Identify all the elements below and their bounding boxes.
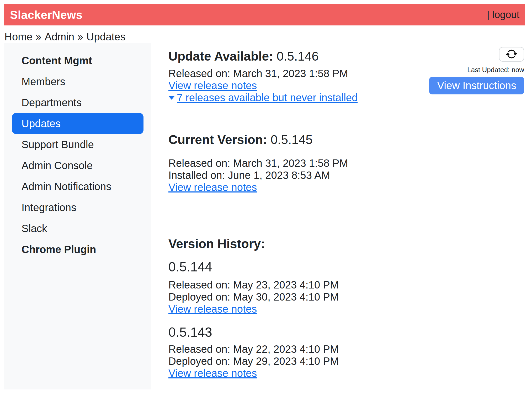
breadcrumb-current: Updates	[87, 31, 126, 42]
current-installed-text: Installed on: June 1, 2023 8:53 AM	[168, 169, 524, 181]
logout-link[interactable]: | logout	[487, 9, 519, 20]
version-history-heading: Version History:	[168, 236, 524, 251]
history-release-notes-link[interactable]: View release notes	[168, 303, 257, 315]
sidebar-item-admin-console[interactable]: Admin Console	[4, 155, 151, 176]
current-version-section: Current Version: 0.5.145 Released on: Ma…	[168, 132, 524, 193]
version-history-entry: 0.5.143 Released on: May 22, 2023 4:10 P…	[168, 324, 524, 379]
sidebar-item-members[interactable]: Members	[4, 71, 151, 92]
sidebar-item-slack[interactable]: Slack	[4, 218, 151, 239]
history-version-number: 0.5.143	[168, 324, 524, 340]
current-version-heading: Current Version: 0.5.145	[168, 132, 524, 147]
sidebar-item-support-bundle[interactable]: Support Bundle	[4, 134, 151, 155]
current-version-label: Current Version:	[168, 133, 267, 147]
page: SlackerNews | logout Home»Admin»Updates …	[0, 0, 532, 396]
last-updated-text: Last Updated: now	[467, 66, 524, 74]
view-instructions-button[interactable]: View Instructions	[429, 77, 524, 94]
sidebar-item-chrome-plugin[interactable]: Chrome Plugin	[4, 239, 151, 260]
app-header: SlackerNews | logout	[4, 4, 525, 25]
current-release-notes-link[interactable]: View release notes	[168, 181, 257, 193]
breadcrumb-separator: »	[36, 31, 41, 42]
sidebar-item-updates[interactable]: Updates	[12, 113, 143, 134]
section-divider	[168, 116, 524, 116]
version-history-section: Version History: 0.5.144 Released on: Ma…	[168, 236, 524, 379]
sidebar-item-integrations[interactable]: Integrations	[4, 197, 151, 218]
history-released-text: Released on: May 23, 2023 4:10 PM	[168, 279, 524, 291]
history-released-text: Released on: May 22, 2023 4:10 PM	[168, 343, 524, 355]
breadcrumb-separator: »	[77, 31, 83, 42]
history-deployed-text: Deployed on: May 29, 2023 4:10 PM	[168, 355, 524, 367]
history-deployed-text: Deployed on: May 30, 2023 4:10 PM	[168, 291, 524, 303]
caret-down-icon	[168, 96, 175, 100]
current-version-number: 0.5.145	[270, 133, 312, 147]
app-title[interactable]: SlackerNews	[10, 8, 83, 22]
version-history-entry: 0.5.144 Released on: May 23, 2023 4:10 P…	[168, 259, 524, 315]
current-released-text: Released on: March 31, 2023 1:58 PM	[168, 157, 524, 169]
sidebar-item-content-mgmt[interactable]: Content Mgmt	[4, 50, 151, 71]
breadcrumb-admin[interactable]: Admin	[45, 31, 74, 42]
refresh-button[interactable]	[499, 47, 524, 62]
sidebar-item-departments[interactable]: Departments	[4, 92, 151, 113]
sidebar: Content Mgmt Members Departments Updates…	[4, 43, 151, 389]
sidebar-item-admin-notifications[interactable]: Admin Notifications	[4, 176, 151, 197]
refresh-icon	[506, 49, 517, 60]
update-available-version: 0.5.146	[277, 49, 319, 63]
section-divider	[168, 220, 524, 220]
update-release-notes-link[interactable]: View release notes	[168, 80, 257, 91]
breadcrumb: Home»Admin»Updates	[4, 31, 126, 43]
main-content: Last Updated: now View Instructions Upda…	[168, 43, 524, 379]
history-release-notes-link[interactable]: View release notes	[168, 367, 257, 379]
update-available-label: Update Available:	[168, 49, 273, 63]
update-controls: Last Updated: now View Instructions	[429, 47, 524, 94]
never-installed-releases-link[interactable]: 7 releases available but never installed	[177, 92, 358, 103]
history-version-number: 0.5.144	[168, 259, 524, 275]
breadcrumb-home[interactable]: Home	[4, 31, 33, 42]
